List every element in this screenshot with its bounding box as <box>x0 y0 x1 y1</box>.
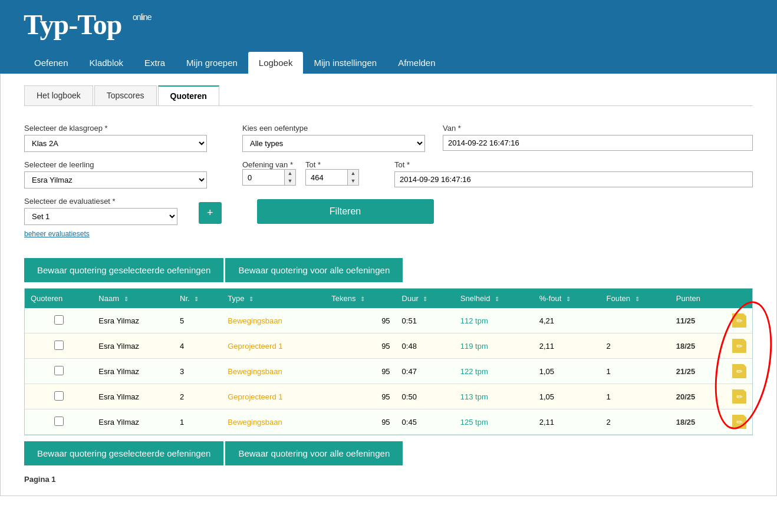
edit-button[interactable]: ✏ <box>732 415 746 429</box>
form-row-1: Selecteer de klasgroep * Klas 2A Kies ee… <box>24 124 753 152</box>
cell-type: Bewegingsbaan <box>222 409 325 435</box>
th-fouten[interactable]: Fouten ⇕ <box>601 289 670 308</box>
oefening-tot-input[interactable] <box>306 170 347 185</box>
evaluatieset-link[interactable]: beheer evaluatiesets <box>24 230 177 238</box>
table-row: Esra Yilmaz 4 Geprojecteerd 1 95 0:48 11… <box>25 333 752 359</box>
leerling-group: Selecteer de leerling Esra Yilmaz <box>24 160 207 189</box>
row-checkbox[interactable] <box>54 341 64 350</box>
table-header-row: Quoteren Naam ⇕ Nr. ⇕ Type ⇕ <box>25 289 752 308</box>
cell-nr: 4 <box>174 333 222 359</box>
th-quoteren: Quoteren <box>25 289 93 308</box>
tab-quoteren[interactable]: Quoteren <box>158 85 219 105</box>
evaluatieset-select[interactable]: Set 1 <box>24 208 177 225</box>
edit-button[interactable]: ✏ <box>732 339 746 353</box>
cell-tekens: 95 <box>325 308 396 333</box>
table-row: Esra Yilmaz 1 Bewegingsbaan 95 0:45 125 … <box>25 409 752 435</box>
save-selected-top[interactable]: Bewaar quotering geselecteerde oefeninge… <box>24 258 223 282</box>
row-checkbox[interactable] <box>54 391 64 401</box>
save-selected-bottom[interactable]: Bewaar quotering geselecteerde oefeninge… <box>24 441 223 465</box>
oefening-van-down[interactable]: ▼ <box>285 177 295 185</box>
cell-quoteren <box>25 409 93 435</box>
oefening-tot-up[interactable]: ▲ <box>348 170 358 177</box>
oefentype-group: Kies een oefentype Alle types <box>242 124 425 152</box>
pencil-icon: ✏ <box>736 418 743 427</box>
cell-naam: Esra Yilmaz <box>93 409 174 435</box>
van-input[interactable] <box>443 135 753 151</box>
cell-snelheid: 125 tpm <box>455 409 534 435</box>
cell-pct-fout: 2,11 <box>534 333 601 359</box>
pagination-label: Pagina 1 <box>24 475 55 484</box>
row-checkbox[interactable] <box>54 366 64 375</box>
cell-naam: Esra Yilmaz <box>93 333 174 359</box>
klasgroep-select[interactable]: Klas 2A <box>24 135 207 152</box>
save-all-top[interactable]: Bewaar quotering voor alle oefeningen <box>225 258 403 282</box>
cell-fouten: 2 <box>601 409 670 435</box>
leerling-select[interactable]: Esra Yilmaz <box>24 171 207 189</box>
cell-duur: 0:51 <box>396 308 455 333</box>
oefening-van-up[interactable]: ▲ <box>285 170 295 177</box>
oefening-van-input[interactable] <box>243 170 284 185</box>
tab-het-logboek[interactable]: Het logboek <box>24 85 93 105</box>
cell-quoteren <box>25 333 93 359</box>
cell-type: Bewegingsbaan <box>222 359 325 384</box>
add-evaluatieset-button[interactable]: + <box>199 202 222 224</box>
cell-edit: ✏ <box>726 409 752 435</box>
nav-logboek[interactable]: Logboek <box>248 52 304 74</box>
th-duur[interactable]: Duur ⇕ <box>396 289 455 308</box>
table-row: Esra Yilmaz 3 Bewegingsbaan 95 0:47 122 … <box>25 359 752 384</box>
klasgroep-label: Selecteer de klasgroep * <box>24 124 207 133</box>
th-snelheid[interactable]: Snelheid ⇕ <box>455 289 534 308</box>
edit-button[interactable]: ✏ <box>732 313 746 328</box>
cell-quoteren <box>25 308 93 333</box>
leerling-label: Selecteer de leerling <box>24 160 207 169</box>
cell-naam: Esra Yilmaz <box>93 359 174 384</box>
cell-punten: 18/25 <box>670 333 726 359</box>
th-actions <box>726 289 752 308</box>
nav-extra[interactable]: Extra <box>134 52 176 74</box>
filter-btn-wrapper: Filteren <box>257 199 434 224</box>
th-tekens[interactable]: Tekens ⇕ <box>325 289 396 308</box>
nav-afmelden[interactable]: Afmelden <box>387 52 446 74</box>
cell-duur: 0:45 <box>396 409 455 435</box>
van-label: Van * <box>443 124 753 133</box>
row-checkbox[interactable] <box>54 315 64 325</box>
cell-duur: 0:50 <box>396 384 455 409</box>
pencil-icon: ✏ <box>736 392 743 401</box>
cell-type: Bewegingsbaan <box>222 308 325 333</box>
table-row: Esra Yilmaz 2 Geprojecteerd 1 95 0:50 11… <box>25 384 752 409</box>
evaluatieset-group: Selecteer de evaluatieset * Set 1 beheer… <box>24 197 177 238</box>
cell-fouten: 2 <box>601 333 670 359</box>
save-all-bottom[interactable]: Bewaar quotering voor alle oefeningen <box>225 441 403 465</box>
save-buttons-top: Bewaar quotering geselecteerde oefeninge… <box>24 258 753 282</box>
edit-button[interactable]: ✏ <box>732 389 746 404</box>
cell-pct-fout: 2,11 <box>534 409 601 435</box>
pagination: Pagina 1 <box>24 475 753 484</box>
fouten-sort-icon: ⇕ <box>635 296 640 302</box>
oefentype-select[interactable]: Alle types <box>242 135 425 152</box>
tot2-input[interactable] <box>394 171 753 187</box>
th-naam[interactable]: Naam ⇕ <box>93 289 174 308</box>
oefening-tot-spin-btns: ▲ ▼ <box>347 170 358 185</box>
tab-topscores[interactable]: Topscores <box>94 85 157 105</box>
th-pct-fout[interactable]: %-fout ⇕ <box>534 289 601 308</box>
oefening-tot-down[interactable]: ▼ <box>348 177 358 185</box>
nav-mijn-groepen[interactable]: Mijn groepen <box>176 52 248 74</box>
edit-button[interactable]: ✏ <box>732 364 746 378</box>
cell-duur: 0:48 <box>396 333 455 359</box>
oefening-tot-group: Tot * ▲ ▼ <box>305 160 359 186</box>
tot2-row: Tot * <box>394 160 753 187</box>
th-type[interactable]: Type ⇕ <box>222 289 325 308</box>
cell-snelheid: 122 tpm <box>455 359 534 384</box>
tekens-sort-icon: ⇕ <box>360 296 365 302</box>
nav-mijn-instellingen[interactable]: Mijn instellingen <box>303 52 387 74</box>
cell-naam: Esra Yilmaz <box>93 308 174 333</box>
cell-nr: 3 <box>174 359 222 384</box>
th-nr[interactable]: Nr. ⇕ <box>174 289 222 308</box>
row-checkbox[interactable] <box>54 417 64 426</box>
cell-fouten: 1 <box>601 359 670 384</box>
save-buttons-bottom: Bewaar quotering geselecteerde oefeninge… <box>24 441 753 465</box>
filter-button[interactable]: Filteren <box>257 199 434 224</box>
nav-kladblok[interactable]: Kladblok <box>79 52 134 74</box>
nav-oefenen[interactable]: Oefenen <box>24 52 79 74</box>
cell-edit: ✏ <box>726 333 752 359</box>
